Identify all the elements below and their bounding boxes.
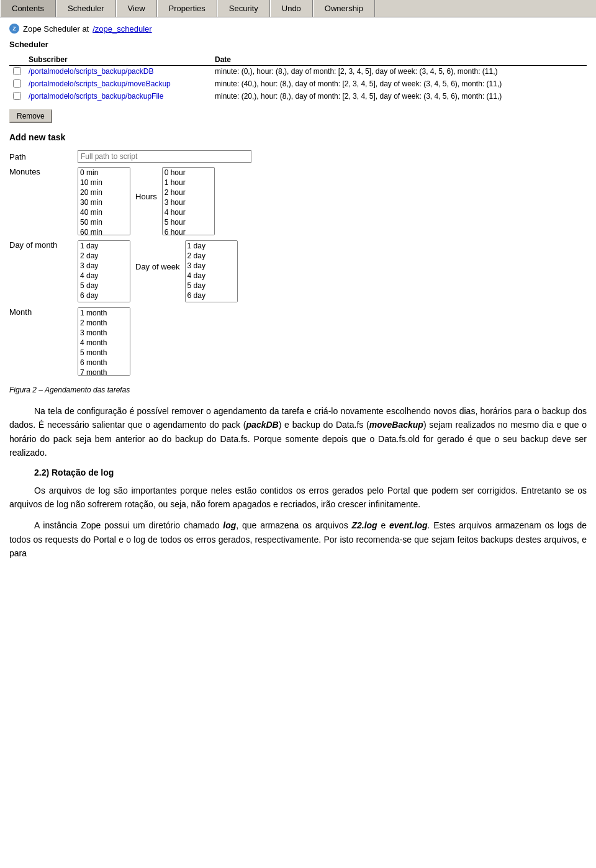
row-3-date: minute: (20,), hour: (8,), day of month:… — [211, 91, 587, 103]
section-2-2-paragraph-2: A instância Zope possui um diretório cha… — [9, 518, 587, 560]
add-task-title: Add new task — [9, 132, 587, 142]
page-title-bar: Z Zope Scheduler at /zope_scheduler — [9, 24, 587, 34]
row-checkbox-cell — [9, 91, 25, 103]
nav-ownership[interactable]: Ownership — [313, 0, 375, 17]
nav-view[interactable]: View — [116, 0, 157, 17]
nav-spacer — [375, 0, 596, 17]
hours-label: Hours — [135, 167, 157, 201]
day-row: Day of month 1 day 2 day 3 day 4 day 5 d… — [9, 238, 251, 305]
checkbox-header — [9, 54, 25, 66]
day-cells: 1 day 2 day 3 day 4 day 5 day 6 day 7 da… — [78, 238, 251, 305]
main-content: Z Zope Scheduler at /zope_scheduler Sche… — [0, 17, 596, 574]
movebackup-bold: moveBackup — [369, 420, 423, 430]
table-row: /portalmodelo/scripts_backup/moveBackup … — [9, 78, 587, 91]
month-row: Month 1 month 2 month 3 month 4 month 5 … — [9, 305, 251, 378]
day-of-month-label: Day of month — [9, 238, 78, 305]
hours-listbox[interactable]: 0 hour 1 hour 2 hour 3 hour 4 hour 5 hou… — [162, 167, 215, 235]
section-2-2-title: 2.2) Rotação de log — [9, 468, 587, 477]
minutes-hours-row: Monutes 0 min 10 min 20 min 30 min 40 mi… — [9, 165, 251, 238]
month-label: Month — [9, 305, 78, 378]
log-dirname: log — [223, 520, 236, 530]
row-checkbox-cell — [9, 66, 25, 79]
dom-listbox[interactable]: 1 day 2 day 3 day 4 day 5 day 6 day 7 da… — [78, 240, 130, 302]
path-input-cell — [78, 148, 251, 165]
zope-icon: Z — [9, 24, 19, 34]
nav-scheduler[interactable]: Scheduler — [56, 0, 116, 17]
eventlog-filename: event.log — [389, 520, 427, 530]
nav-contents[interactable]: Contents — [0, 0, 56, 17]
path-label: Path — [9, 148, 78, 165]
row-1-subscriber: /portalmodelo/scripts_backup/packDB — [25, 66, 211, 79]
table-row: /portalmodelo/scripts_backup/packDB minu… — [9, 66, 587, 79]
minutes-listbox[interactable]: 0 min 10 min 20 min 30 min 40 min 50 min… — [78, 167, 130, 235]
path-input[interactable] — [78, 150, 251, 163]
page-title-link[interactable]: /zope_scheduler — [93, 24, 151, 34]
row-1-date: minute: (0,), hour: (8,), day of month: … — [211, 66, 587, 79]
body-paragraph-1: Na tela de configuração é possível remov… — [9, 404, 587, 460]
path-row: Path — [9, 148, 251, 165]
section-2-2-paragraph-1: Os arquivos de log são importantes porqu… — [9, 484, 587, 512]
dow-listbox[interactable]: 1 day 2 day 3 day 4 day 5 day 6 day 7 da… — [185, 240, 238, 302]
row-1-checkbox[interactable] — [13, 67, 21, 75]
remove-button[interactable]: Remove — [9, 109, 52, 123]
z2log-filename: Z2.log — [351, 520, 377, 530]
subscriber-header: Subscriber — [25, 54, 211, 66]
add-task-form: Path Monutes 0 min 10 min 20 min 30 min … — [9, 148, 251, 378]
row-2-checkbox[interactable] — [13, 79, 21, 88]
top-navigation: Contents Scheduler View Properties Secur… — [0, 0, 596, 17]
minutes-label: Monutes — [9, 165, 78, 238]
row-3-checkbox[interactable] — [13, 92, 21, 100]
scheduler-table: Subscriber Date /portalmodelo/scripts_ba… — [9, 54, 587, 103]
month-listbox[interactable]: 1 month 2 month 3 month 4 month 5 month … — [78, 307, 130, 376]
nav-properties[interactable]: Properties — [157, 0, 217, 17]
row-3-subscriber: /portalmodelo/scripts_backup/backupFile — [25, 91, 211, 103]
table-row: /portalmodelo/scripts_backup/backupFile … — [9, 91, 587, 103]
row-checkbox-cell — [9, 78, 25, 91]
page-title-prefix: Zope Scheduler at — [23, 24, 89, 34]
row-2-date: minute: (40,), hour: (8,), day of month:… — [211, 78, 587, 91]
day-of-week-label: Day of week — [135, 240, 180, 271]
month-cell: 1 month 2 month 3 month 4 month 5 month … — [78, 305, 251, 378]
figure-caption: Figura 2 – Agendamento das tarefas — [9, 386, 587, 394]
scheduler-section-heading: Scheduler — [9, 40, 587, 49]
nav-security[interactable]: Security — [217, 0, 270, 17]
row-2-subscriber: /portalmodelo/scripts_backup/moveBackup — [25, 78, 211, 91]
nav-undo[interactable]: Undo — [270, 0, 313, 17]
packdb-bold: packDB — [246, 420, 279, 430]
minutes-hours-cell: 0 min 10 min 20 min 30 min 40 min 50 min… — [78, 165, 251, 238]
date-header: Date — [211, 54, 587, 66]
